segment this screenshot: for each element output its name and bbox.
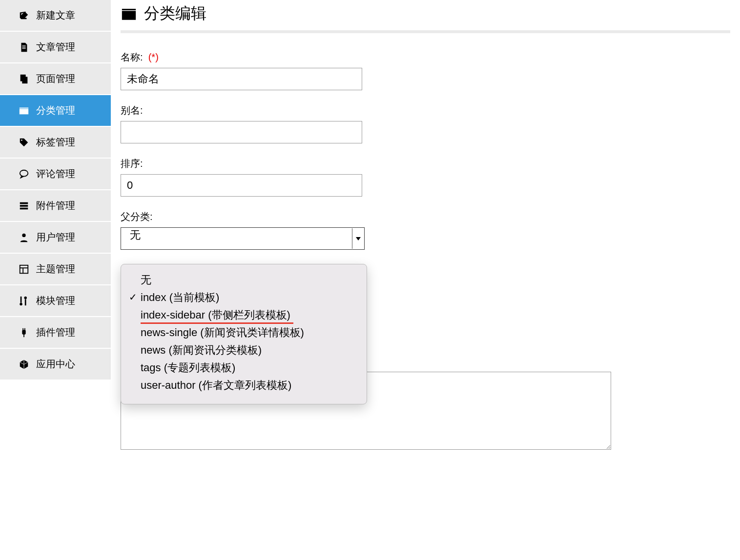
folder-icon xyxy=(19,105,29,116)
tag-icon xyxy=(19,137,29,148)
sidebar-item-apps[interactable]: 应用中心 xyxy=(0,349,111,380)
sidebar-item-label: 模块管理 xyxy=(36,294,75,307)
parent-label: 父分类: xyxy=(121,210,730,223)
sidebar: 新建文章文章管理页面管理分类管理标签管理评论管理附件管理用户管理主题管理模块管理… xyxy=(0,0,111,461)
sidebar-item-label: 应用中心 xyxy=(36,358,75,371)
sidebar-item-label: 标签管理 xyxy=(36,136,75,149)
field-parent-row: 父分类: 无 xyxy=(121,210,730,250)
sort-input[interactable] xyxy=(121,174,362,197)
svg-rect-9 xyxy=(20,202,28,204)
alias-label: 别名: xyxy=(121,104,730,117)
required-mark: (*) xyxy=(148,52,159,62)
field-name-row: 名称: (*) xyxy=(121,51,730,90)
svg-rect-1 xyxy=(22,47,25,47)
layout-icon xyxy=(19,264,29,275)
dropdown-option[interactable]: tags (专题列表模板) xyxy=(121,359,367,377)
svg-rect-20 xyxy=(22,330,25,334)
sidebar-item-label: 附件管理 xyxy=(36,199,75,212)
dropdown-option[interactable]: news (新闻资讯分类模板) xyxy=(121,341,367,359)
svg-rect-16 xyxy=(21,296,22,302)
key-icon xyxy=(19,296,29,306)
svg-rect-18 xyxy=(25,299,26,305)
edit-icon xyxy=(19,10,29,21)
page-header: 分类编辑 xyxy=(121,3,730,24)
svg-point-8 xyxy=(20,170,28,176)
dropdown-option-label: news (新闻资讯分类模板) xyxy=(141,344,262,356)
sidebar-item-pages[interactable]: 页面管理 xyxy=(0,63,111,95)
svg-point-19 xyxy=(24,296,27,299)
sidebar-item-label: 用户管理 xyxy=(36,231,75,244)
sidebar-item-comments[interactable]: 评论管理 xyxy=(0,159,111,190)
svg-rect-24 xyxy=(122,9,136,10)
sidebar-item-tags[interactable]: 标签管理 xyxy=(0,127,111,159)
dropdown-option[interactable]: user-author (作者文章列表模板) xyxy=(121,377,367,394)
comment-icon xyxy=(19,169,29,180)
plug-icon xyxy=(19,327,29,338)
main-content: 分类编辑 名称: (*) 别名: 排序: 父分类: 无 xyxy=(111,0,740,461)
name-label: 名称: (*) xyxy=(121,51,730,64)
sidebar-item-label: 文章管理 xyxy=(36,40,75,54)
svg-rect-21 xyxy=(22,328,23,330)
sidebar-item-label: 页面管理 xyxy=(36,72,75,85)
sidebar-item-posts[interactable]: 文章管理 xyxy=(0,32,111,63)
dropdown-option[interactable]: ✓index (当前模板) xyxy=(121,289,367,306)
svg-rect-4 xyxy=(22,77,27,83)
svg-rect-13 xyxy=(20,265,28,273)
svg-rect-2 xyxy=(22,48,25,48)
copy-icon xyxy=(19,74,29,84)
cube-icon xyxy=(19,359,29,370)
sidebar-item-label: 新建文章 xyxy=(36,9,75,22)
dropdown-option-label: news-single (新闻资讯类详情模板) xyxy=(141,326,304,339)
svg-point-12 xyxy=(22,233,25,237)
svg-rect-25 xyxy=(122,11,136,20)
folder-icon xyxy=(121,5,137,22)
svg-point-17 xyxy=(20,302,22,305)
svg-rect-0 xyxy=(22,45,25,46)
check-icon: ✓ xyxy=(129,291,137,303)
parent-select[interactable]: 无 xyxy=(121,227,365,250)
sidebar-item-plugins[interactable]: 插件管理 xyxy=(0,317,111,349)
svg-rect-22 xyxy=(24,328,25,330)
doc-icon xyxy=(19,42,29,53)
sidebar-item-new-post[interactable]: 新建文章 xyxy=(0,0,111,32)
svg-point-7 xyxy=(21,140,22,141)
dropdown-option[interactable]: 无 xyxy=(121,271,367,289)
svg-rect-6 xyxy=(20,109,28,114)
dropdown-option-label: 无 xyxy=(141,274,151,286)
svg-rect-10 xyxy=(20,205,28,207)
sidebar-item-users[interactable]: 用户管理 xyxy=(0,222,111,254)
sidebar-item-categories[interactable]: 分类管理 xyxy=(0,95,111,127)
sidebar-item-label: 评论管理 xyxy=(36,167,75,180)
sidebar-item-themes[interactable]: 主题管理 xyxy=(0,254,111,285)
sidebar-item-label: 插件管理 xyxy=(36,326,75,339)
field-alias-row: 别名: xyxy=(121,104,730,143)
sidebar-item-attachments[interactable]: 附件管理 xyxy=(0,190,111,222)
svg-rect-11 xyxy=(20,207,28,209)
sidebar-item-label: 主题管理 xyxy=(36,262,75,276)
dropdown-option[interactable]: news-single (新闻资讯类详情模板) xyxy=(121,324,367,341)
field-sort-row: 排序: xyxy=(121,157,730,197)
svg-rect-23 xyxy=(23,334,24,337)
name-input[interactable] xyxy=(121,68,362,90)
sidebar-item-modules[interactable]: 模块管理 xyxy=(0,285,111,317)
sidebar-item-label: 分类管理 xyxy=(36,104,75,117)
user-icon xyxy=(19,232,29,243)
dropdown-option-label: index-sidebar (带侧栏列表模板) xyxy=(141,309,290,321)
dropdown-option-label: tags (专题列表模板) xyxy=(141,361,235,374)
alias-input[interactable] xyxy=(121,121,362,143)
page-title: 分类编辑 xyxy=(144,3,206,24)
template-dropdown: 无✓index (当前模板)index-sidebar (带侧栏列表模板)new… xyxy=(121,264,367,404)
dropdown-option[interactable]: index-sidebar (带侧栏列表模板) xyxy=(121,306,367,324)
svg-rect-5 xyxy=(20,107,28,108)
dropdown-option-label: index (当前模板) xyxy=(141,291,219,303)
server-icon xyxy=(19,200,29,211)
sort-label: 排序: xyxy=(121,157,730,170)
dropdown-option-label: user-author (作者文章列表模板) xyxy=(141,379,291,391)
header-divider xyxy=(121,30,730,33)
